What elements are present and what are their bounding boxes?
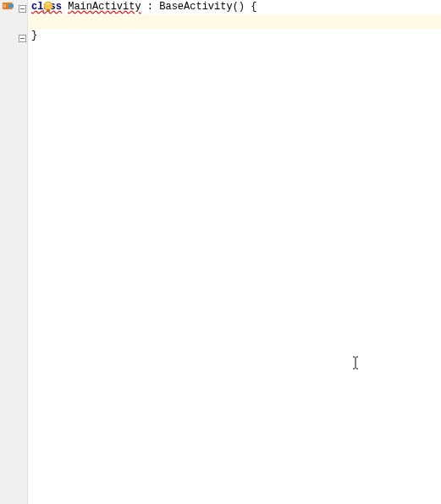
- code-line-active[interactable]: [28, 14, 441, 29]
- class-name: MainActivity: [68, 1, 141, 13]
- svg-point-8: [42, 11, 44, 13]
- editor-gutter: [0, 0, 28, 504]
- fold-toggle-icon[interactable]: [19, 4, 26, 12]
- code-text-area[interactable]: class MainActivity : BaseActivity() { }: [28, 0, 441, 504]
- svg-rect-7: [47, 9, 50, 12]
- intention-bulb-icon[interactable]: [41, 1, 55, 13]
- fold-toggle-icon[interactable]: [19, 34, 26, 41]
- text-cursor-icon: [352, 356, 359, 370]
- kotlin-file-icon: [3, 2, 14, 10]
- code-line[interactable]: }: [28, 29, 441, 43]
- sep: :: [141, 1, 160, 13]
- parens: (): [233, 1, 245, 13]
- code-line[interactable]: class MainActivity : BaseActivity() {: [28, 0, 441, 14]
- svg-rect-1: [8, 4, 14, 8]
- code-editor[interactable]: class MainActivity : BaseActivity() { }: [0, 0, 441, 504]
- open-brace: {: [245, 1, 256, 13]
- base-class: BaseActivity: [159, 1, 232, 13]
